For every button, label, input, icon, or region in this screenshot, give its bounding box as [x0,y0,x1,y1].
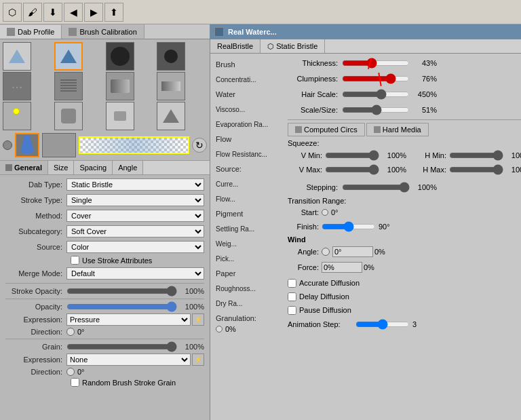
h-max-row: H Max: 100% [412,164,521,176]
brush-cell-12[interactable] [157,102,185,130]
grain-direction-circle[interactable] [66,368,75,376]
brush-cell-11[interactable] [106,102,134,130]
h-max-slider[interactable] [449,166,503,174]
subcategory-row: Subcategory: Soft Cover [5,225,204,238]
grain-expression-icon[interactable]: ⚡ [192,354,204,366]
tab-general[interactable]: General [0,161,48,174]
opacity-expression-select[interactable]: Pressure [66,313,191,326]
grain-expression-select[interactable]: None [66,354,191,366]
source-label-2: Source: [216,162,282,176]
tab-size-label: Size [54,164,68,172]
method-select[interactable]: Cover [66,210,204,222]
tab-angle-label: Angle [118,164,137,172]
tab-static-bristle[interactable]: ⬡ Static Bristle [260,39,325,53]
hair-scale-label: Hair Scale: [288,90,342,98]
clumpiness-slider-wrap [342,74,410,83]
evaporation-label: Evaporation Ra... [216,117,282,131]
hair-scale-slider[interactable] [342,90,410,99]
subcategory-select[interactable]: Soft Cover [66,225,204,237]
move-right-btn[interactable]: ▶ [84,3,103,22]
move-up-btn[interactable]: ⬆ [104,3,123,22]
accurate-diffusion-cb[interactable] [288,279,296,288]
brush-cell-9[interactable] [3,102,31,130]
brush-cell-8[interactable] [157,72,185,100]
tab-computed-circles-label: Computed Circs [304,126,358,134]
tab-brush-calibration[interactable]: Brush Calibration [62,24,144,39]
opacity-value: 100% [177,303,204,311]
opacity-expression-icon[interactable]: ⚡ [192,313,204,326]
rw-tabs: RealBristle ⬡ Static Bristle [210,39,521,54]
merge-mode-select[interactable]: Default [66,267,204,280]
stepping-slider[interactable] [342,183,410,192]
random-grain-row: Random Brush Stroke Grain [5,378,204,387]
opacity-expression-label: Expression: [5,316,66,324]
tab-spacing[interactable]: Spacing [74,161,113,174]
settling-label: Settling Ra... [216,222,282,235]
move-down-btn[interactable]: ⬇ [43,3,62,22]
wind-angle-label: Angle: [288,248,322,256]
brush-cell-5[interactable]: ··· [3,72,31,100]
pause-diffusion-cb[interactable] [288,306,296,315]
transition-finish-slider[interactable] [322,223,376,231]
grain-slider[interactable] [66,342,177,351]
tab-dab-profile[interactable]: Dab Profile [0,24,62,39]
brush-small-cell[interactable] [15,133,39,157]
panel-tabs: Dab Profile Brush Calibration [0,24,210,39]
source-select[interactable]: Color [66,241,204,253]
h-max-label: H Max: [412,166,449,174]
thickness-slider[interactable] [342,58,410,68]
brush-cell-1[interactable] [3,42,31,71]
tab-hard-media[interactable]: Hard Media [366,123,429,136]
v-max-value: 100% [379,166,406,174]
clumpiness-label: Clumpiness: [288,75,342,83]
stroke-type-select[interactable]: Single [66,194,204,206]
flow2-label: Flow... [216,192,282,206]
v-min-row: V Min: 100% [288,149,406,161]
tab-size[interactable]: Size [48,161,74,174]
brush-cell-3[interactable] [106,42,134,71]
brush-cell-10[interactable] [54,102,83,130]
tab-computed-circles[interactable]: Computed Circs [288,123,365,136]
scale-size-row: Scale/Size: 51% [288,103,521,117]
scale-size-value: 51% [410,106,437,114]
stepping-label: Stepping: [288,183,342,191]
paint-tool-btn[interactable]: 🖌 [23,3,42,22]
flow-resistance-label: Flow Resistanc... [216,147,282,161]
brush-cell-4[interactable] [157,42,185,71]
use-stroke-attributes-checkbox[interactable] [71,256,79,265]
cursor-tool-btn[interactable]: ⬡ [3,3,22,22]
wind-angle-input[interactable] [332,246,373,257]
opacity-direction-circle[interactable] [66,328,75,336]
random-grain-checkbox[interactable] [71,378,79,387]
dry-rate-label: Dry Ra... [216,297,282,310]
brush-cell-6[interactable] [54,72,83,100]
delay-diffusion-cb[interactable] [288,292,296,301]
brush-cell-7[interactable] [106,72,134,100]
tab-hard-media-label: Hard Media [383,126,421,134]
v-max-slider[interactable] [325,166,379,174]
brush-cell-2[interactable] [54,42,83,71]
tab-real-bristle[interactable]: RealBristle [210,39,260,53]
scale-size-slider[interactable] [342,105,410,115]
move-left-btn[interactable]: ◀ [64,3,83,22]
v-min-slider[interactable] [325,151,379,159]
anim-step-label: Animation Step: [288,320,355,328]
subcategory-label: Subcategory: [5,227,66,235]
rotate-btn[interactable]: ↻ [192,138,207,153]
tab-angle[interactable]: Angle [113,161,143,174]
stepping-row: Stepping: 100% [288,180,521,194]
stroke-opacity-slider[interactable] [66,286,177,296]
h-min-slider[interactable] [449,151,503,159]
opacity-label: Opacity: [5,303,66,311]
dab-type-select[interactable]: Static Bristle [66,178,204,191]
tab-general-label: General [14,164,42,172]
clumpiness-slider[interactable] [342,74,410,83]
h-min-value: 100% [503,151,521,159]
viscosity-label: Viscoso... [216,102,282,116]
wind-force-input[interactable] [322,262,362,273]
tab-real-bristle-label: RealBristle [217,42,253,50]
anim-step-slider[interactable] [355,320,410,328]
wind-force-value: 0% [364,263,384,271]
color-circle[interactable] [3,140,12,150]
opacity-slider[interactable] [66,302,177,311]
